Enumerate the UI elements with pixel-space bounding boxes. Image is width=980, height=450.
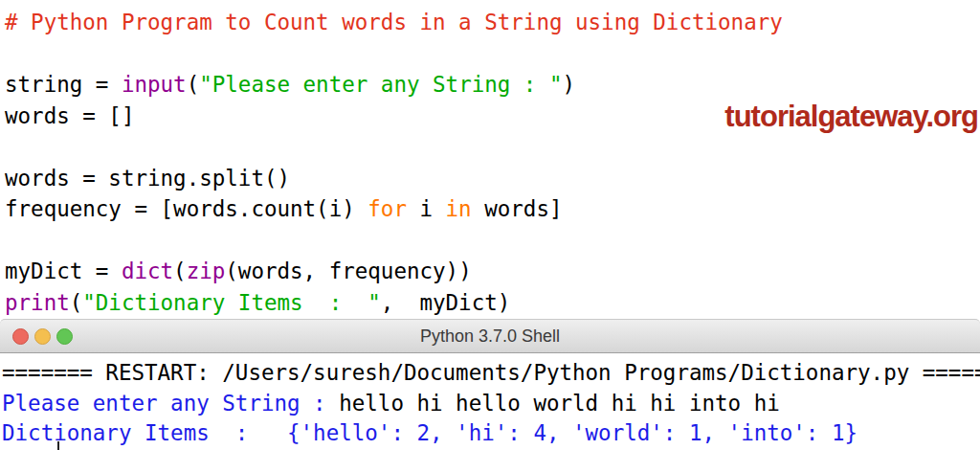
token: , myDict): [381, 290, 510, 315]
shell-output[interactable]: ======= RESTART: /Users/suresh/Documents…: [0, 353, 980, 450]
token: ): [563, 72, 576, 97]
token: Dictionary Items : {'hello': 2, 'hi': 4,…: [2, 420, 858, 445]
token: string =: [5, 72, 122, 97]
token: (: [70, 290, 83, 315]
code-line: string = input("Please enter any String …: [5, 69, 980, 101]
code-line: frequency = [words.count(i) for i in wor…: [5, 193, 980, 225]
token: (: [187, 72, 200, 97]
token: ======= RESTART: /Users/suresh/Documents…: [2, 360, 980, 385]
token: print: [5, 290, 70, 315]
token: (: [173, 259, 187, 283]
code-line: # Python Program to Count words in a Str…: [5, 7, 980, 38]
idle-screenshot-root: # Python Program to Count words in a Str…: [0, 0, 980, 450]
token: "Dictionary Items : ": [82, 290, 381, 315]
token: Please enter any String :: [2, 391, 339, 416]
shell-window-titlebar[interactable]: Python 3.7.0 Shell: [0, 319, 980, 353]
shell-line: Please enter any String : hello hi hello…: [2, 389, 980, 419]
text-cursor: [57, 441, 59, 450]
code-line: words = string.split(): [5, 163, 980, 194]
code-line: [5, 131, 980, 163]
token: dict: [122, 259, 173, 283]
token: "Please enter any String : ": [199, 72, 562, 97]
code-line: myDict = dict(zip(words, frequency)): [5, 256, 980, 287]
token: frequency = [words.count(i): [5, 196, 368, 221]
token: i: [407, 196, 446, 221]
token: in: [446, 196, 472, 221]
token: for: [368, 196, 407, 221]
shell-line: Dictionary Items : {'hello': 2, 'hi': 4,…: [2, 418, 980, 449]
token: words = string.split(): [5, 166, 290, 191]
code-line: [5, 38, 980, 70]
token: hello hi hello world hi hi into hi: [339, 391, 780, 416]
code-line: print("Dictionary Items : ", myDict): [5, 287, 980, 319]
window-title: Python 3.7.0 Shell: [0, 320, 980, 352]
shell-line: ======= RESTART: /Users/suresh/Documents…: [2, 358, 980, 389]
token: words]: [472, 196, 563, 221]
token: # Python Program to Count words in a Str…: [5, 10, 783, 34]
code-editor[interactable]: # Python Program to Count words in a Str…: [0, 0, 980, 319]
token: words = []: [5, 103, 134, 128]
token: myDict =: [5, 259, 122, 283]
token: (words, frequency)): [225, 259, 471, 283]
token: input: [122, 72, 187, 97]
token: zip: [187, 259, 226, 283]
watermark-logo: tutorialgateway.org: [724, 100, 978, 134]
code-line: [5, 225, 980, 257]
